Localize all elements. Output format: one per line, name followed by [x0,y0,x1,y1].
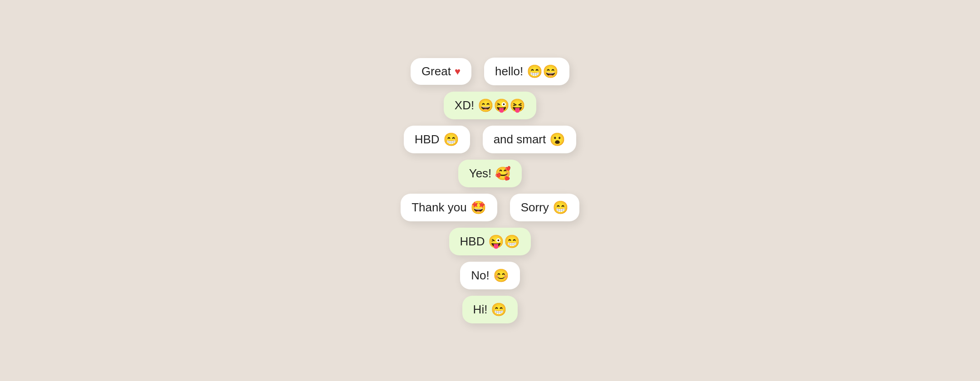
hbd1-emoji: 😁 [443,132,459,147]
chat-row-8: Hi! 😁 [462,296,518,323]
bubble-thankyou: Thank you 🤩 [401,194,497,221]
chat-row-2: XD! 😄😜😝 [444,92,536,119]
chat-container: Great ♥ hello! 😁😄 XD! 😄😜😝 HBD 😁 and smar… [401,58,579,323]
bubble-yes: Yes! 🥰 [458,160,522,187]
bubble-hbd1: HBD 😁 [404,126,470,153]
xd-emoji: 😄😜😝 [478,98,525,113]
bubble-xd-text: XD! [455,98,474,112]
hello-emoji: 😁😄 [527,64,559,79]
bubble-andsmart-text: and smart [494,132,546,147]
chat-row-4: Yes! 🥰 [458,160,522,187]
yes-emoji: 🥰 [495,166,511,181]
bubble-hi: Hi! 😁 [462,296,518,323]
bubble-hbd2: HBD 😜😁 [449,228,531,255]
chat-row-1: Great ♥ hello! 😁😄 [411,58,569,85]
chat-row-5: Thank you 🤩 Sorry 😁 [401,194,579,221]
andsmart-emoji: 😮 [549,132,565,147]
bubble-xd: XD! 😄😜😝 [444,92,536,119]
no-emoji: 😊 [493,268,509,283]
chat-row-3: HBD 😁 and smart 😮 [404,126,577,153]
bubble-hello: hello! 😁😄 [484,58,569,85]
bubble-sorry: Sorry 😁 [510,194,579,221]
bubble-hbd2-text: HBD [460,234,485,249]
bubble-no-text: No! [471,269,489,283]
bubble-great: Great ♥ [411,58,471,85]
bubble-thankyou-text: Thank you [412,200,466,215]
thankyou-emoji: 🤩 [470,200,486,215]
chat-row-7: No! 😊 [460,262,519,289]
bubble-andsmart: and smart 😮 [483,126,577,153]
sorry-emoji: 😁 [553,200,568,215]
hi-emoji: 😁 [491,302,507,317]
heart-icon: ♥ [455,66,461,78]
chat-row-6: HBD 😜😁 [449,228,531,255]
bubble-hbd1-text: HBD [415,132,440,147]
hbd2-emoji: 😜😁 [488,234,520,249]
bubble-sorry-text: Sorry [521,200,549,215]
bubble-great-text: Great [421,64,451,78]
bubble-hi-text: Hi! [473,303,488,317]
bubble-no: No! 😊 [460,262,519,289]
bubble-yes-text: Yes! [469,166,492,181]
bubble-hello-text: hello! [495,64,523,78]
